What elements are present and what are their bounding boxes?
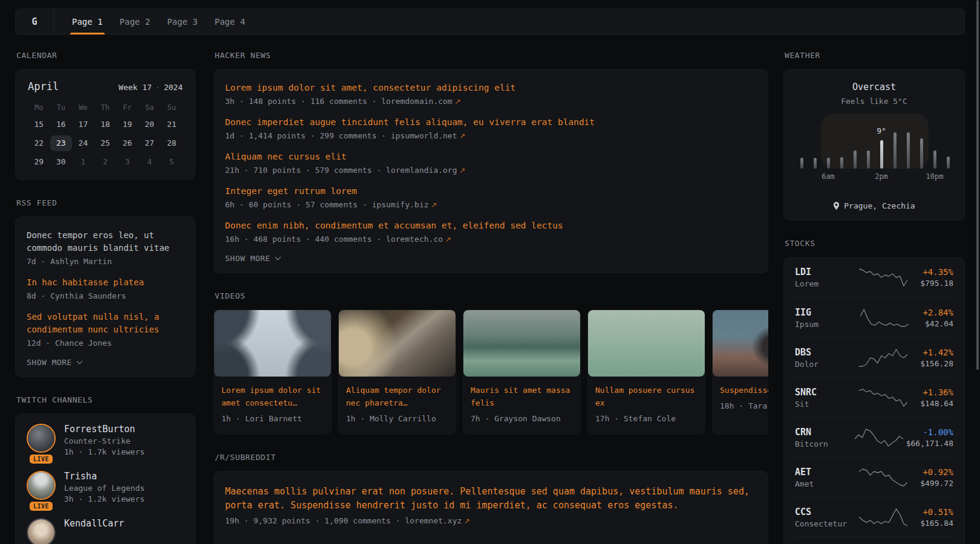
stock-id: LDILorem: [795, 267, 853, 288]
weekday-label: Mo: [28, 103, 50, 112]
stock-row[interactable]: CCSConsectetur+0.51%$165.84: [795, 497, 953, 537]
hackernews-title-link[interactable]: Donec enim nibh, condimentum et accumsan…: [225, 219, 757, 232]
stock-rows: LDILorem+4.35%$795.18IIGIpsum+2.84%$42.0…: [795, 257, 953, 544]
separator-dot: ·: [152, 83, 164, 92]
subreddit-domain: loremnet.xyz: [405, 516, 462, 525]
calendar-day-selected: 23: [50, 135, 73, 151]
rss-title-link[interactable]: In hac habitasse platea: [27, 276, 184, 289]
rss-meta: 7d · Ashlyn Martin: [27, 257, 184, 266]
hackernews-title-link[interactable]: Lorem ipsum dolor sit amet, consectetur …: [225, 82, 757, 94]
twitch-channel-row[interactable]: LIVETrishaLeague of Legends3h · 1.2k vie…: [27, 471, 184, 507]
weather-hour-bar: [893, 132, 897, 169]
stock-name: Sit: [795, 400, 853, 409]
weather-hour-bar: [933, 151, 936, 169]
calendar-day: 29: [28, 154, 50, 170]
hackernews-title-link[interactable]: Integer eget rutrum lorem: [225, 185, 757, 198]
stock-change: +1.42%: [920, 348, 953, 357]
hackernews-show-more-button[interactable]: SHOW MORE: [225, 254, 757, 263]
external-link-icon: ↗: [457, 166, 466, 175]
rss-items: Donec tempor eros leo, ut commodo mauris…: [27, 229, 184, 348]
external-link-icon: ↗: [462, 517, 470, 525]
rss-meta: 12d · Chance Jones: [27, 338, 184, 348]
hackernews-widget: Lorem ipsum dolor sit amet, consectetur …: [214, 69, 768, 273]
video-thumbnail[interactable]: [588, 310, 705, 377]
hackernews-title-link[interactable]: Donec imperdiet augue tincidunt felis al…: [225, 116, 757, 129]
videos-widget: Lorem ipsum dolor sit amet consectetu…1h…: [214, 309, 768, 435]
calendar-header: April Week 17·2024: [28, 80, 183, 92]
dashboard-columns: CALENDAR April Week 17·2024 MoTuWeThFrSa…: [15, 51, 965, 544]
twitch-channel-meta: 1h · 1.7k viewers: [64, 447, 145, 456]
video-thumbnail[interactable]: [713, 310, 768, 377]
weekday-label: Th: [94, 103, 117, 112]
video-title-link[interactable]: Mauris sit amet massa felis: [463, 377, 580, 409]
video-thumbnail[interactable]: [463, 310, 580, 377]
stock-row[interactable]: IIGIpsum+2.84%$42.04: [795, 297, 953, 337]
twitch-channel-row[interactable]: LIVEForrestBurtonCounter-Strike1h · 1.7k…: [27, 424, 184, 460]
stock-row[interactable]: LDILorem+4.35%$795.18: [795, 257, 953, 297]
calendar-weekday-row: MoTuWeThFrSaSu: [28, 103, 183, 112]
calendar-day: 27: [139, 135, 161, 151]
avatar[interactable]: [28, 519, 54, 544]
app-logo[interactable]: G: [16, 9, 54, 34]
tab-page-2[interactable]: Page 2: [120, 9, 151, 34]
twitch-channel-row[interactable]: KendallCarr: [27, 518, 184, 544]
weather-hour-bar: [867, 151, 870, 169]
stock-price: $795.18: [920, 279, 953, 288]
stock-row[interactable]: AHS+0.46%: [795, 537, 953, 544]
stock-name: Consectetur: [795, 519, 853, 528]
stock-row[interactable]: DBSDolor+1.42%$156.28: [795, 337, 953, 377]
weather-location: Prague, Czechia: [795, 201, 953, 210]
calendar-day: 24: [72, 135, 94, 151]
subreddit-title-link[interactable]: Maecenas mollis pulvinar erat non posuer…: [225, 485, 757, 513]
twitch-channel-name[interactable]: KendallCarr: [64, 518, 124, 529]
rss-show-more-button[interactable]: SHOW MORE: [27, 358, 184, 367]
weather-hour-bar: [907, 132, 910, 169]
tab-page-4[interactable]: Page 4: [215, 9, 246, 34]
video-thumbnail[interactable]: [214, 310, 331, 377]
weather-hour-bar: [827, 158, 830, 169]
stock-symbol: AET: [795, 467, 853, 478]
weather-hour-bar: [920, 138, 923, 169]
rss-title-link[interactable]: Donec tempor eros leo, ut commodo mauris…: [27, 229, 184, 254]
video-thumbnail[interactable]: [339, 310, 456, 377]
stock-row[interactable]: CRNBitcorn-1.00%$66,171.48: [795, 417, 953, 457]
rss-title-link[interactable]: Sed volutpat nulla nisl, a condimentum n…: [27, 311, 184, 336]
avatar[interactable]: [28, 472, 54, 499]
hackernews-item: Aliquam nec cursus elit21h · 710 points …: [225, 151, 757, 175]
weekday-label: Fr: [116, 103, 139, 112]
calendar-day: 4: [139, 154, 161, 170]
hackernews-title-link[interactable]: Aliquam nec cursus elit: [225, 151, 757, 163]
stock-row[interactable]: AETAmet+0.92%$499.72: [795, 457, 953, 497]
hackernews-domain: loremdomain.com: [381, 97, 452, 106]
external-link-icon: ↗: [443, 235, 451, 244]
stock-sparkline: [859, 467, 907, 488]
stock-values: +2.84%$42.04: [923, 308, 953, 328]
rss-item: Sed volutpat nulla nisl, a condimentum n…: [27, 311, 184, 348]
stock-sparkline: [859, 347, 907, 369]
chevron-down-icon: [275, 254, 281, 261]
video-card: Aliquam tempor dolor nec pharetra…1h · M…: [338, 309, 456, 435]
stock-change: -1.00%: [906, 427, 953, 437]
scrollbar-thumb[interactable]: [976, 0, 979, 370]
video-title-link[interactable]: Nullam posuere cursus ex: [588, 377, 705, 409]
rss-item: Donec tempor eros leo, ut commodo mauris…: [27, 229, 184, 266]
video-title-link[interactable]: Suspendisse diam: [713, 377, 768, 397]
twitch-channel-name[interactable]: Trisha: [64, 471, 145, 482]
hackernews-meta: 1d · 1,414 points · 299 comments · ipsum…: [225, 131, 757, 140]
rss-show-more-label: SHOW MORE: [27, 358, 72, 367]
calendar-widget: April Week 17·2024 MoTuWeThFrSaSu 151617…: [15, 69, 195, 180]
twitch-channel-name[interactable]: ForrestBurton: [64, 424, 145, 435]
video-card: Mauris sit amet massa felis7h · Grayson …: [463, 309, 581, 435]
stock-name: Bitcorn: [795, 439, 853, 448]
video-title-link[interactable]: Aliquam tempor dolor nec pharetra…: [339, 377, 456, 409]
tab-page-3[interactable]: Page 3: [167, 9, 198, 34]
video-meta: 1h · Lori Barnett: [214, 409, 331, 432]
tab-page-1[interactable]: Page 1: [72, 9, 103, 34]
stock-row[interactable]: SNRCSit+1.36%$148.64: [795, 377, 953, 417]
stock-symbol: LDI: [795, 267, 853, 277]
page-tabs: Page 1Page 2Page 3Page 4: [54, 9, 245, 34]
video-title-link[interactable]: Lorem ipsum dolor sit amet consectetu…: [214, 377, 331, 409]
hackernews-meta: 21h · 710 points · 579 comments · loreml…: [225, 166, 757, 175]
avatar[interactable]: [28, 425, 54, 452]
stock-id: SNRCSit: [795, 387, 853, 409]
